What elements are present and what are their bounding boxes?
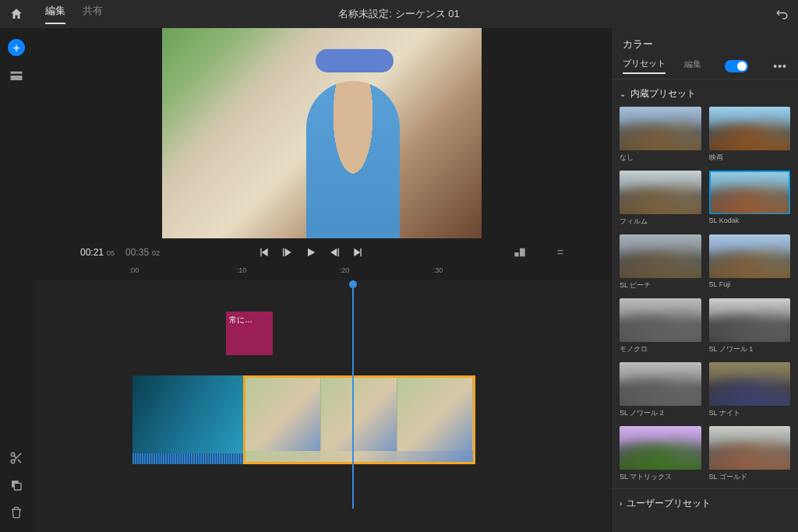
skip-back-icon[interactable] — [258, 246, 270, 259]
preset-film[interactable]: フィルム — [620, 171, 701, 227]
svg-rect-10 — [520, 248, 525, 257]
duplicate-icon[interactable] — [10, 479, 23, 491]
preset-matrix[interactable]: SL マトリックス — [620, 426, 701, 482]
tab-share[interactable]: 共有 — [83, 4, 103, 24]
timeline-options-icon[interactable]: = — [557, 246, 563, 259]
project-panel-icon[interactable] — [9, 70, 23, 81]
preset-mono[interactable]: モノクロ — [620, 298, 701, 354]
video-preview[interactable] — [162, 28, 482, 238]
title-clip[interactable]: 常に… — [226, 312, 273, 355]
svg-rect-1 — [11, 76, 23, 80]
preset-peach[interactable]: SL ピーチ — [620, 234, 701, 291]
chevron-right-icon: › — [620, 499, 622, 508]
panel-tab-preset[interactable]: プリセット — [623, 58, 666, 74]
section-label: 内蔵プリセット — [630, 87, 696, 100]
preset-noir2[interactable]: SL ノワール 2 — [620, 362, 701, 418]
duration-time: 00:35 — [125, 247, 149, 258]
scissors-icon[interactable] — [9, 451, 23, 465]
preset-gold[interactable]: SL ゴールド — [709, 426, 791, 482]
preset-noir1[interactable]: SL ノワール 1 — [709, 298, 791, 354]
svg-rect-0 — [11, 72, 23, 74]
step-back-icon[interactable] — [281, 246, 294, 259]
color-enabled-toggle[interactable] — [725, 60, 748, 72]
trash-icon[interactable] — [10, 506, 23, 520]
timeline[interactable]: 常に… — [33, 280, 611, 532]
chevron-down-icon: ⌄ — [620, 90, 626, 98]
panel-title: カラー — [612, 28, 798, 58]
svg-line-6 — [14, 456, 16, 458]
panel-more-icon[interactable]: ••• — [773, 60, 787, 72]
builtin-presets-header[interactable]: ⌄ 内蔵プリセット — [612, 79, 798, 107]
svg-line-5 — [18, 460, 21, 463]
duration-frames: 02 — [152, 249, 160, 257]
quality-icon[interactable] — [514, 247, 526, 258]
svg-point-3 — [11, 460, 15, 463]
audio-waveform — [245, 451, 473, 462]
ruler-tick: :10 — [237, 266, 247, 274]
video-clip-2-selected[interactable] — [243, 375, 475, 464]
current-time: 00:21 — [80, 247, 104, 258]
add-media-button[interactable]: + — [8, 39, 25, 56]
preset-night[interactable]: SL ナイト — [709, 362, 791, 418]
play-icon[interactable] — [305, 246, 317, 259]
timeline-ruler[interactable]: :00 :10 :20 :30 — [33, 266, 611, 280]
audio-waveform — [132, 453, 243, 464]
preset-none[interactable]: なし — [620, 107, 701, 163]
svg-rect-9 — [514, 252, 518, 256]
undo-icon[interactable] — [775, 7, 789, 21]
panel-tab-edit[interactable]: 編集 — [684, 58, 701, 73]
ruler-tick: :20 — [340, 266, 350, 274]
preset-fuji[interactable]: SL Fuji — [709, 234, 791, 291]
preset-cinema[interactable]: 映画 — [709, 107, 791, 163]
home-icon[interactable] — [9, 7, 23, 21]
tab-edit[interactable]: 編集 — [45, 4, 65, 24]
svg-rect-8 — [14, 483, 21, 490]
preset-kodak[interactable]: SL Kodak — [709, 171, 791, 227]
playhead[interactable] — [352, 280, 354, 509]
current-frames: 05 — [107, 249, 115, 257]
skip-forward-icon[interactable] — [351, 246, 364, 259]
document-title: 名称未設定: シーケンス 01 — [338, 7, 459, 21]
section-label: ユーザープリセット — [627, 497, 711, 510]
video-clip-1[interactable] — [132, 375, 243, 464]
svg-point-2 — [11, 453, 15, 456]
user-presets-header[interactable]: › ユーザープリセット — [612, 488, 798, 516]
ruler-tick: :00 — [129, 266, 139, 274]
step-forward-icon[interactable] — [328, 246, 341, 259]
ruler-tick: :30 — [433, 266, 443, 274]
